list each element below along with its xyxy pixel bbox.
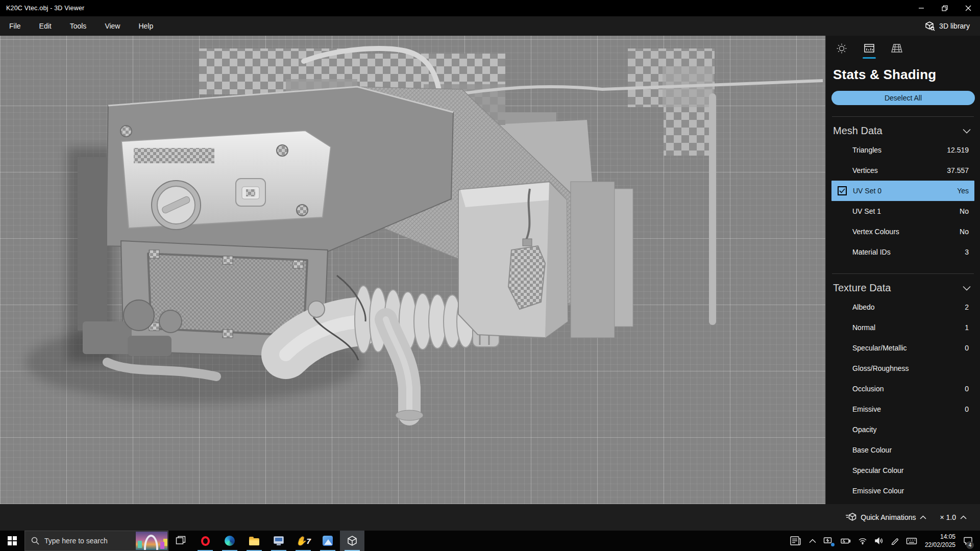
stat-value: 3 <box>965 248 969 256</box>
stat-row-uv-set-1[interactable]: UV Set 1 No <box>826 201 980 221</box>
menu-tools[interactable]: Tools <box>61 16 96 36</box>
photos-icon <box>323 536 333 546</box>
tab-underline-active <box>863 57 876 59</box>
stat-row-specular-colour[interactable]: Specular Colour <box>826 460 980 481</box>
stat-row-base-colour[interactable]: Base Colour <box>826 440 980 460</box>
menu-edit[interactable]: Edit <box>30 16 61 36</box>
panel-title: Stats & Shading <box>826 59 980 90</box>
animated-cube-icon <box>845 513 856 522</box>
stat-row-triangles[interactable]: Triangles 12.519 <box>826 140 980 160</box>
speed-label: × 1.0 <box>940 513 956 521</box>
restore-button[interactable] <box>933 0 957 16</box>
chevron-up-icon <box>960 515 967 519</box>
stat-value: 1 <box>965 323 969 332</box>
stat-label: Albedo <box>852 303 875 311</box>
stat-value: No <box>960 207 969 215</box>
taskbar-clock[interactable]: 14:05 22/02/2025 <box>921 533 960 549</box>
menu-file[interactable]: File <box>0 16 30 36</box>
touch-keyboard-button[interactable] <box>902 531 921 551</box>
stat-label: Specular/Metallic <box>852 344 907 352</box>
wifi-button[interactable] <box>854 531 871 551</box>
stat-row-vertex-colours[interactable]: Vertex Colours No <box>826 221 980 242</box>
title-bar: K20C Vtec.obj - 3D Viewer <box>0 0 980 16</box>
stat-label: Base Colour <box>852 446 892 454</box>
stat-label: Emissive Colour <box>852 487 904 495</box>
file-explorer-icon <box>249 538 259 545</box>
tab-lighting[interactable] <box>834 43 849 59</box>
minimize-icon <box>918 5 924 11</box>
stat-row-albedo[interactable]: Albedo 2 <box>826 297 980 317</box>
3d-viewer-app: K20C Vtec.obj - 3D Viewer File Edit Tool… <box>0 0 980 551</box>
taskbar-opera[interactable] <box>193 531 217 551</box>
stat-row-occlusion[interactable]: Occlusion 0 <box>826 379 980 399</box>
tab-stats-shading[interactable] <box>862 43 877 59</box>
stat-label: Emissive <box>852 405 881 413</box>
animation-speed-control[interactable]: × 1.0 <box>940 513 967 521</box>
engine-model[interactable] <box>0 36 825 504</box>
taskbar-pc-app[interactable] <box>266 531 291 551</box>
minimize-button[interactable] <box>910 0 933 16</box>
stat-label: UV Set 0 <box>853 187 881 195</box>
3d-viewport[interactable] <box>0 36 825 504</box>
stat-row-emissive[interactable]: Emissive 0 <box>826 399 980 419</box>
tab-grid[interactable] <box>889 43 904 59</box>
notification-center-button[interactable]: 4 <box>960 531 977 551</box>
taskbar-search-box[interactable] <box>24 531 168 551</box>
3d-library-label: 3D library <box>939 22 970 30</box>
start-button[interactable] <box>0 531 24 551</box>
cube-search-icon <box>925 21 935 31</box>
stat-row-gloss-roughness[interactable]: Gloss/Roughness <box>826 358 980 379</box>
stat-row-material-ids[interactable]: Material IDs 3 <box>826 242 980 262</box>
taskbar-file-explorer[interactable] <box>242 531 266 551</box>
stat-row-emissive-colour[interactable]: Emissive Colour <box>826 481 980 501</box>
stat-row-uv-set-0[interactable]: UV Set 0 Yes <box>831 181 974 201</box>
stat-label: Occlusion <box>852 385 884 393</box>
uv-set-0-checkbox[interactable] <box>838 186 847 195</box>
close-button[interactable] <box>957 0 980 16</box>
battery-button[interactable] <box>836 531 854 551</box>
stat-row-normal[interactable]: Normal 1 <box>826 317 980 338</box>
battery-charging-icon <box>840 537 851 544</box>
speaker-icon <box>874 537 884 545</box>
stat-value: No <box>960 228 969 236</box>
texture-data-header[interactable]: Texture Data <box>826 274 980 297</box>
mesh-data-header[interactable]: Mesh Data <box>826 117 980 140</box>
stat-row-opacity[interactable]: Opacity <box>826 419 980 440</box>
stat-label: Normal <box>852 323 875 332</box>
quick-animations-control[interactable]: Quick Animations <box>845 513 926 522</box>
news-icon <box>790 536 802 546</box>
bottom-bar: Quick Animations × 1.0 <box>0 504 980 531</box>
opera-icon <box>201 536 210 546</box>
display-sync-button[interactable] <box>820 531 836 551</box>
taskbar-edge[interactable] <box>217 531 242 551</box>
taskbar-7zip[interactable]: ✋7 <box>291 531 315 551</box>
search-daily-image[interactable] <box>136 532 167 550</box>
menu-view[interactable]: View <box>95 16 129 36</box>
stat-value: 0 <box>965 405 969 413</box>
tray-overflow-button[interactable] <box>805 531 820 551</box>
airbox <box>458 182 633 338</box>
deselect-all-button[interactable]: Deselect All <box>831 91 975 105</box>
taskbar-photos[interactable] <box>315 531 340 551</box>
search-input[interactable] <box>44 537 126 545</box>
close-icon <box>965 5 971 11</box>
stat-value: Yes <box>957 187 969 195</box>
chevron-up-icon <box>920 515 926 519</box>
stat-row-specular-metallic[interactable]: Specular/Metallic 0 <box>826 338 980 358</box>
texture-data-title: Texture Data <box>833 282 891 294</box>
3d-library-button[interactable]: 3D library <box>920 19 975 33</box>
taskbar-3d-viewer[interactable] <box>340 531 364 551</box>
tab-underline <box>835 57 848 59</box>
window-controls <box>910 0 980 16</box>
mesh-data-title: Mesh Data <box>833 125 883 137</box>
clock-time: 14:05 <box>925 533 955 541</box>
uv-set-0-labelwrap: UV Set 0 <box>838 186 881 195</box>
pen-button[interactable] <box>887 531 902 551</box>
stat-row-vertices[interactable]: Vertices 37.557 <box>826 160 980 181</box>
grid-table-icon <box>891 43 903 54</box>
search-icon <box>31 537 39 545</box>
task-view-button[interactable] <box>168 531 193 551</box>
volume-button[interactable] <box>871 531 887 551</box>
news-widget-button[interactable] <box>786 531 805 551</box>
menu-help[interactable]: Help <box>129 16 162 36</box>
